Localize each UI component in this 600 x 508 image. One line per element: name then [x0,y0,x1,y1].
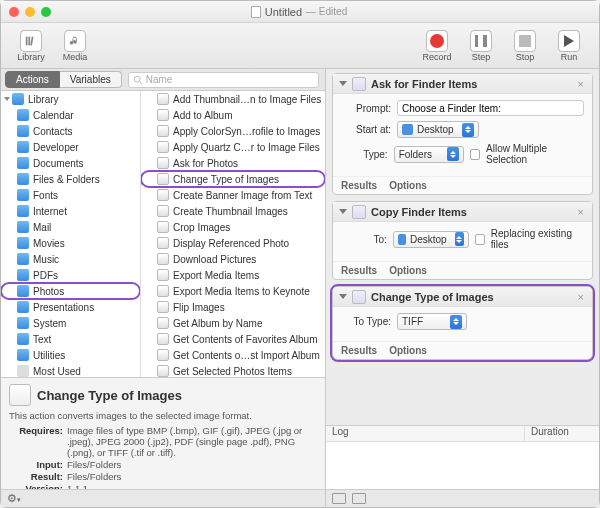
action-icon [157,109,169,121]
library-column: Actions Variables Name LibraryCalendarCo… [1,69,326,507]
library-item[interactable]: Library [1,91,140,107]
log-col-log[interactable]: Log [326,426,525,441]
run-toolbar-button[interactable]: Run [547,30,591,62]
action-large-icon [9,384,31,406]
minimize-window-button[interactable] [25,7,35,17]
search-input[interactable]: Name [128,72,319,88]
record-toolbar-button[interactable]: Record [415,30,459,62]
action-item[interactable]: Create Banner Image from Text [141,187,325,203]
card-row: Start at:Desktop [341,121,584,138]
library-item[interactable]: PDFs [1,267,140,283]
library-item[interactable]: Most Used [1,363,140,377]
card-footer: ResultsOptions [333,341,592,359]
media-icon [68,34,82,48]
svg-rect-0 [26,36,28,45]
zoom-window-button[interactable] [41,7,51,17]
action-item[interactable]: Ask for Photos [141,155,325,171]
tab-variables[interactable]: Variables [60,71,122,88]
action-icon [157,93,169,105]
action-icon [157,205,169,217]
remove-action-button[interactable]: × [576,291,586,303]
action-item[interactable]: Add to Album [141,107,325,123]
library-item[interactable]: Music [1,251,140,267]
action-item[interactable]: Crop Images [141,219,325,235]
titlebar: Untitled — Edited [1,1,599,23]
options-tab[interactable]: Options [389,265,427,276]
action-item[interactable]: Display Referenced Photo [141,235,325,251]
action-item[interactable]: Get Contents o…st Import Album [141,347,325,363]
action-item[interactable]: Apply Quartz C…r to Image Files [141,139,325,155]
library-item[interactable]: Contacts [1,123,140,139]
library-item[interactable]: Text [1,331,140,347]
remove-action-button[interactable]: × [576,78,586,90]
library-item[interactable]: Movies [1,235,140,251]
library-item[interactable]: Internet [1,203,140,219]
library-item[interactable]: System [1,315,140,331]
close-window-button[interactable] [9,7,19,17]
action-icon [157,333,169,345]
card-header[interactable]: Ask for Finder Items× [333,74,592,94]
action-item[interactable]: Change Type of Images [141,171,325,187]
library-item[interactable]: Developer [1,139,140,155]
action-item[interactable]: Get Contents of Favorites Album [141,331,325,347]
gear-menu[interactable]: ⚙︎▾ [7,492,21,505]
text-field[interactable] [397,100,584,116]
remove-action-button[interactable]: × [576,206,586,218]
category-icon [17,141,29,153]
library-item[interactable]: Calendar [1,107,140,123]
disclosure-triangle-icon[interactable] [339,294,347,299]
popup-button[interactable]: Desktop [397,121,479,138]
library-item[interactable]: Mail [1,219,140,235]
view-mode-list-button[interactable] [352,493,366,504]
action-item[interactable]: Apply ColorSyn…rofile to Images [141,123,325,139]
action-item[interactable]: Create Thumbnail Images [141,203,325,219]
action-item[interactable]: Export Media Items to Keynote [141,283,325,299]
stop-toolbar-button[interactable]: Stop [503,30,547,62]
action-item[interactable]: Flip Images [141,299,325,315]
options-tab[interactable]: Options [389,345,427,356]
card-footer: ResultsOptions [333,261,592,279]
library-item[interactable]: Presentations [1,299,140,315]
info-title: Change Type of Images [9,384,317,406]
results-tab[interactable]: Results [341,265,377,276]
disclosure-triangle-icon[interactable] [339,81,347,86]
library-toolbar-button[interactable]: Library [9,30,53,62]
disclosure-triangle-icon[interactable] [339,209,347,214]
workflow-action-card[interactable]: Copy Finder Items×To:DesktopReplacing ex… [332,201,593,280]
results-tab[interactable]: Results [341,180,377,191]
options-tab[interactable]: Options [389,180,427,191]
view-mode-flow-button[interactable] [332,493,346,504]
tab-actions[interactable]: Actions [5,71,60,88]
actions-list[interactable]: Add Thumbnail…n to Image FilesAdd to Alb… [141,91,325,377]
checkbox[interactable] [470,149,480,160]
action-item[interactable]: Add Thumbnail…n to Image Files [141,91,325,107]
action-item[interactable]: Download Pictures [141,251,325,267]
library-item[interactable]: Utilities [1,347,140,363]
action-item[interactable]: Export Media Items [141,267,325,283]
log-col-duration[interactable]: Duration [525,426,599,441]
action-item[interactable]: Get Album by Name [141,315,325,331]
library-item[interactable]: Files & Folders [1,171,140,187]
popup-button[interactable]: Desktop [393,231,469,248]
card-body: To Type:TIFF [333,307,592,341]
media-toolbar-button[interactable]: Media [53,30,97,62]
action-item[interactable]: Get Selected Photos Items [141,363,325,377]
library-item[interactable]: Documents [1,155,140,171]
step-toolbar-button[interactable]: Step [459,30,503,62]
workflow-action-card[interactable]: Ask for Finder Items×Prompt:Start at:Des… [332,73,593,195]
category-icon [17,269,29,281]
library-item[interactable]: Photos [1,283,140,299]
card-header[interactable]: Change Type of Images× [333,287,592,307]
card-header[interactable]: Copy Finder Items× [333,202,592,222]
library-categories-list[interactable]: LibraryCalendarContactsDeveloperDocument… [1,91,141,377]
library-item[interactable]: Fonts [1,187,140,203]
workflow-canvas[interactable]: Ask for Finder Items×Prompt:Start at:Des… [326,69,599,425]
row-label: To Type: [341,316,391,327]
popup-button[interactable]: Folders [394,146,464,163]
workflow-action-card[interactable]: Change Type of Images×To Type:TIFFResult… [332,286,593,360]
card-title: Copy Finder Items [371,206,571,218]
results-tab[interactable]: Results [341,345,377,356]
checkbox[interactable] [475,234,485,245]
popup-button[interactable]: TIFF [397,313,467,330]
document-name: Untitled [265,6,302,18]
